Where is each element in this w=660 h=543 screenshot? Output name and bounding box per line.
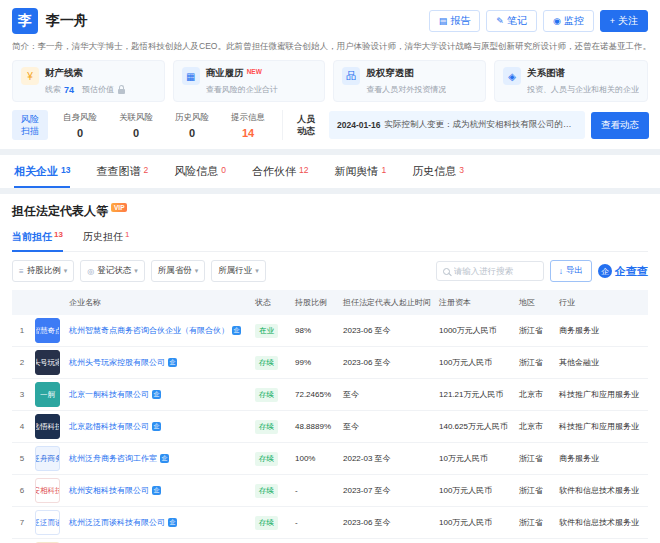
row-index: 8 (12, 539, 32, 543)
section-header: 担任法定代表人等 VIP (12, 203, 648, 220)
card-business-resume[interactable]: ▦ 商业履历 NEW 查看风险的企业合计 (173, 60, 326, 102)
status-badge: 存续 (255, 420, 278, 434)
card-body: 关系图谱 投资、人员与企业和相关的企业 (527, 67, 639, 95)
tab-label: 风险信息 (174, 164, 218, 179)
cell-capital: 10万元人民币 (436, 443, 516, 475)
subtab-current[interactable]: 当前担任 13 (12, 227, 63, 252)
report-button[interactable]: ▤ 报告 (429, 10, 481, 32)
status-cell: 存续 (252, 347, 292, 379)
subtab-history[interactable]: 历史担任 1 (83, 227, 129, 252)
dynamics-message-box: 2024-01-16 实际控制人变更：成为杭州安相科技有限公司的实际控制人 (329, 111, 585, 139)
risk-value: 0 (108, 127, 164, 139)
filter-shareholding-ratio[interactable]: ≡ 持股比例 ▾ (12, 260, 74, 282)
card-relation-graph[interactable]: ◈ 关系图谱 投资、人员与企业和相关的企业 (494, 60, 648, 102)
company-mini-icon[interactable]: 企 (168, 358, 177, 367)
card-equity-penetration[interactable]: 品 股权穿透图 查看人员对外投资情况 (333, 60, 486, 102)
company-name-link[interactable]: 杭州智慧奇点商务咨询合伙企业（有限合伙） (69, 326, 229, 335)
status-cell: 存续 (252, 539, 292, 543)
company-name-link[interactable]: 杭州头号玩家控股有限公司 (69, 358, 165, 367)
tab-news[interactable]: 新闻舆情 1 (334, 155, 386, 188)
company-mini-icon[interactable]: 企 (168, 518, 177, 527)
cell-region: 浙江省 (516, 539, 556, 543)
table-row: 4 匙悟科技 北京匙悟科技有限公司企 存续 48.8889% 至今 140.62… (12, 411, 648, 443)
company-name-link[interactable]: 北京一舸科技有限公司 (69, 390, 149, 399)
name-cell: 北京匙悟科技有限公司企 (66, 411, 252, 443)
col-logo (32, 290, 66, 315)
row-index: 6 (12, 475, 32, 507)
risk-item-related[interactable]: 关联风险 0 (108, 112, 164, 139)
cell-region: 浙江省 (516, 507, 556, 539)
company-name-link[interactable]: 杭州泛泛而谈科技有限公司 (69, 518, 165, 527)
tab-chacha-graph[interactable]: 查查图谱 2 (96, 155, 148, 188)
company-name-link[interactable]: 杭州泛舟商务咨询工作室 (69, 454, 157, 463)
risk-item-self[interactable]: 自身风险 0 (52, 112, 108, 139)
personnel-dynamics: 人员动态 2024-01-16 实际控制人变更：成为杭州安相科技有限公司的实际控… (289, 110, 649, 140)
status-cell: 存续 (252, 475, 292, 507)
export-button[interactable]: ↓ 导出 (550, 260, 592, 282)
filter-province[interactable]: 所属省份 ▾ (151, 260, 206, 282)
company-name-link[interactable]: 杭州安相科技有限公司 (69, 486, 149, 495)
cell-ratio: 48.8889% (292, 411, 340, 443)
status-icon: ◎ (87, 267, 94, 276)
export-label: 导出 (566, 265, 583, 277)
name-cell: 杭州泛泛而谈科技有限公司企 (66, 507, 252, 539)
qichacha-logo-icon: 企 (598, 264, 612, 278)
cell-ratio: 100% (292, 443, 340, 475)
company-logo: 安相科技 (35, 478, 60, 503)
cell-ratio: - (292, 475, 340, 507)
search-icon (443, 268, 450, 275)
tab-label: 相关企业 (14, 164, 58, 179)
cell-period: 2021-06 至今 (340, 539, 436, 543)
card-property-clues[interactable]: ¥ 财产线索 线索 74 预估价值 (12, 60, 165, 102)
legal-representative-section: 担任法定代表人等 VIP 当前担任 13 历史担任 1 ≡ 持股比例 ▾ ◎ 登… (0, 194, 660, 543)
company-mini-icon[interactable]: 企 (152, 390, 161, 399)
tab-partners[interactable]: 合作伙伴 12 (252, 155, 308, 188)
cell-capital: 100万元人民币 (436, 507, 516, 539)
monitor-button[interactable]: ◉ 监控 (543, 10, 594, 32)
name-cell: 北京一舸科技有限公司企 (66, 379, 252, 411)
cell-capital: 140.625万元人民币 (436, 411, 516, 443)
tab-label: 新闻舆情 (334, 164, 378, 179)
cell-region: 浙江省 (516, 315, 556, 347)
name-cell: 杭州头号玩家控股有限公司企 (66, 347, 252, 379)
card-title: 关系图谱 (527, 67, 639, 80)
search-input[interactable] (454, 266, 537, 276)
tab-related-companies[interactable]: 相关企业 13 (14, 155, 70, 188)
status-badge: 存续 (255, 388, 278, 402)
cell-ratio: 99% (292, 347, 340, 379)
clues-count: 74 (64, 85, 74, 95)
chevron-down-icon: ▾ (134, 267, 138, 275)
table-row: 6 安相科技 杭州安相科技有限公司企 存续 - 2023-07 至今 100万元… (12, 475, 648, 507)
col-index (12, 290, 32, 315)
col-region: 地区 (516, 290, 556, 315)
cell-ratio: - (292, 507, 340, 539)
equity-chart-icon: 品 (342, 67, 360, 85)
status-badge: 存续 (255, 484, 278, 498)
tab-history-info[interactable]: 历史信息 3 (412, 155, 464, 188)
cell-industry: 其他金融业 (556, 347, 648, 379)
status-cell: 在业 (252, 315, 292, 347)
risk-item-tips[interactable]: 提示信息 14 (220, 112, 276, 139)
risk-label: 自身风险 (52, 112, 108, 124)
follow-button[interactable]: + 关注 (600, 10, 648, 32)
download-icon: ↓ (559, 266, 563, 276)
note-button[interactable]: ✎ 笔记 (486, 10, 537, 32)
view-dynamics-button[interactable]: 查看动态 (591, 112, 649, 139)
profile-header-card: 李 李一舟 ▤ 报告 ✎ 笔记 ◉ 监控 + 关注 简介：李一舟，清华大学博士，… (0, 0, 660, 149)
logo-cell: 头号玩家 (32, 347, 66, 379)
filter-registration-status[interactable]: ◎ 登记状态 ▾ (80, 260, 145, 282)
company-mini-icon[interactable]: 企 (232, 326, 241, 335)
dynamics-date: 2024-01-16 (337, 120, 380, 130)
table-row: 1 智慧奇点 杭州智慧奇点商务咨询合伙企业（有限合伙）企 在业 98% 2023… (12, 315, 648, 347)
tab-risk-info[interactable]: 风险信息 0 (174, 155, 226, 188)
company-mini-icon[interactable]: 企 (152, 422, 161, 431)
table-row: 3 一舸 北京一舸科技有限公司企 存续 72.2465% 至今 121.21万元… (12, 379, 648, 411)
company-mini-icon[interactable]: 企 (160, 454, 169, 463)
subtab-label: 历史担任 (83, 230, 123, 244)
filter-industry[interactable]: 所属行业 ▾ (211, 260, 266, 282)
company-mini-icon[interactable]: 企 (152, 486, 161, 495)
logo-cell: 泛舟商务 (32, 443, 66, 475)
person-intro: 简介：李一舟，清华大学博士，匙悟科技创始人及CEO。此前曾担任微蜜联合创始人，用… (12, 41, 648, 53)
company-name-link[interactable]: 北京匙悟科技有限公司 (69, 422, 149, 431)
risk-item-history[interactable]: 历史风险 0 (164, 112, 220, 139)
